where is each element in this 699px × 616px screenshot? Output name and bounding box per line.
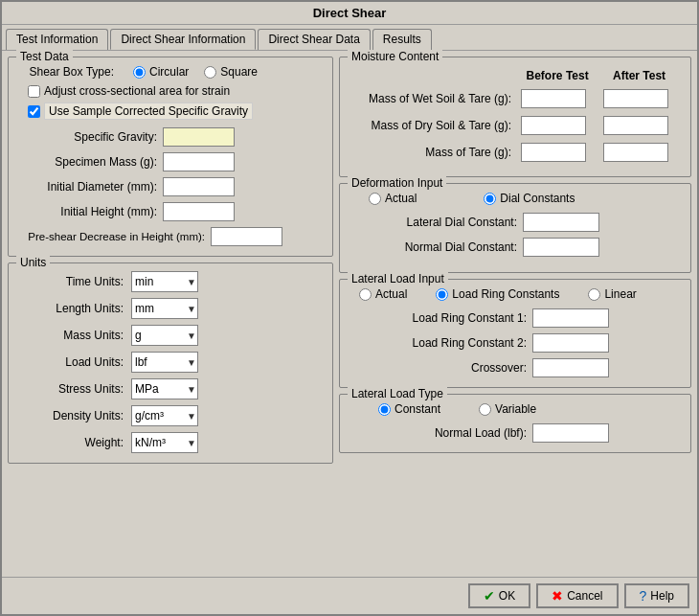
cancel-icon: ✖: [552, 588, 563, 604]
mass-units-select[interactable]: gkglb: [131, 325, 198, 346]
mass-units-dropdown-wrapper: gkglb ▼: [131, 325, 198, 346]
deformation-input-title: Deformation Input: [348, 176, 446, 190]
wet-soil-after-input[interactable]: 245.9: [603, 89, 668, 108]
lateral-dial-label: Lateral Dial Constant:: [350, 216, 517, 229]
actual-load-radio[interactable]: [359, 288, 372, 301]
constant-load-radio[interactable]: [378, 403, 391, 416]
load-ring-radio[interactable]: [436, 288, 448, 301]
tab-results[interactable]: Results: [372, 29, 432, 50]
deformation-input-group: Deformation Input Actual Dial Constants …: [339, 183, 691, 273]
crossover-label: Crossover:: [350, 361, 527, 375]
lateral-load-type-group: Lateral Load Type Constant Variable Norm…: [339, 394, 691, 453]
linear-load-radio[interactable]: [588, 288, 600, 301]
wet-soil-before-input[interactable]: 81.1: [521, 89, 586, 108]
stress-units-select[interactable]: MPakPapsi: [131, 378, 198, 399]
load-type-radios: Constant Variable: [350, 402, 681, 416]
variable-load-radio[interactable]: [479, 403, 491, 416]
time-units-dropdown-wrapper: minsechr ▼: [131, 271, 198, 292]
specimen-mass-input[interactable]: 158.7: [163, 152, 235, 171]
sg-label: Specific Gravity:: [18, 130, 157, 144]
load-ring-group: Load Ring Constants: [436, 287, 559, 301]
length-units-label: Length Units:: [18, 302, 124, 315]
lateral-dial-input[interactable]: 25.4: [523, 213, 599, 232]
linear-load-label: Linear: [604, 287, 636, 301]
constant1-input[interactable]: 32960: [532, 308, 609, 328]
help-icon: ?: [640, 588, 647, 604]
normal-dial-row: Normal Dial Constant: 25.4: [350, 238, 681, 257]
load-units-row: Load Units: lbfNkN ▼: [18, 352, 323, 373]
normal-dial-label: Normal Dial Constant:: [350, 240, 517, 254]
actual-load-group: Actual: [359, 287, 407, 301]
length-units-dropdown-wrapper: mmcmmin ▼: [131, 298, 198, 319]
density-units-row: Density Units: g/cm³kg/m³ ▼: [18, 405, 323, 426]
tab-direct-shear-data[interactable]: Direct Shear Data: [258, 29, 370, 50]
initial-height-input[interactable]: 23.8: [163, 202, 235, 221]
actual-deformation-radio[interactable]: [369, 193, 381, 205]
ok-label: OK: [499, 589, 515, 603]
density-units-dropdown-wrapper: g/cm³kg/m³ ▼: [131, 405, 198, 426]
adjust-strain-row: Adjust cross-sectional area for strain: [28, 84, 323, 98]
use-sg-row: Use Sample Corrected Specific Gravity: [28, 103, 323, 120]
tab-direct-shear-information[interactable]: Direct Shear Information: [110, 29, 256, 50]
square-radio[interactable]: [204, 66, 216, 79]
dry-soil-before-input[interactable]: 71.4: [521, 116, 586, 135]
wet-soil-row: Mass of Wet Soil & Tare (g): 81.1 245.9: [351, 86, 679, 111]
weight-units-select[interactable]: kN/m³pcf: [131, 432, 198, 453]
shear-box-row: Shear Box Type: Circular Square: [18, 65, 323, 79]
load-units-select[interactable]: lbfNkN: [131, 352, 198, 373]
linear-load-group: Linear: [588, 287, 636, 301]
pre-shear-input[interactable]: 0.297: [211, 227, 282, 246]
initial-diameter-input[interactable]: 63.5: [163, 177, 235, 196]
tab-test-information[interactable]: Test Information: [6, 29, 108, 50]
mass-units-label: Mass Units:: [18, 329, 124, 342]
ok-button[interactable]: ✔ OK: [468, 583, 530, 608]
lateral-load-input-title: Lateral Load Input: [348, 272, 448, 285]
before-test-header: Before Test: [517, 67, 598, 84]
left-panel: Test Data Shear Box Type: Circular Squar…: [8, 57, 333, 571]
test-data-title: Test Data: [16, 50, 73, 63]
help-button[interactable]: ? Help: [624, 583, 689, 608]
units-title: Units: [16, 256, 50, 269]
normal-load-input[interactable]: 34: [532, 423, 609, 443]
time-units-select[interactable]: minsechr: [131, 271, 198, 292]
normal-load-row: Normal Load (lbf): 34: [350, 423, 681, 443]
moisture-content-title: Moisture Content: [348, 50, 442, 63]
variable-load-label: Variable: [495, 402, 536, 416]
length-units-row: Length Units: mmcmmin ▼: [18, 298, 323, 319]
constant1-label: Load Ring Constant 1:: [350, 311, 527, 325]
tare-before-input[interactable]: 13.9: [521, 143, 586, 162]
bottom-bar: ✔ OK ✖ Cancel ? Help: [2, 577, 697, 614]
moisture-content-group: Moisture Content Before Test After Test …: [339, 57, 691, 177]
stress-units-dropdown-wrapper: MPakPapsi ▼: [131, 378, 198, 399]
help-label: Help: [650, 589, 674, 603]
constant2-input[interactable]: 0: [532, 333, 609, 353]
dial-constants-radio[interactable]: [484, 193, 496, 205]
initial-diameter-label: Initial Diameter (mm):: [18, 180, 157, 194]
ok-icon: ✔: [484, 588, 495, 604]
dry-soil-label: Mass of Dry Soil & Tare (g):: [351, 113, 515, 138]
dry-soil-row: Mass of Dry Soil & Tare (g): 71.4 224.1: [351, 113, 679, 138]
wet-soil-label: Mass of Wet Soil & Tare (g):: [351, 86, 515, 111]
actual-deformation-group: Actual: [369, 192, 417, 205]
content-area: Test Data Shear Box Type: Circular Squar…: [2, 51, 697, 577]
tare-after-input[interactable]: 94: [603, 143, 668, 162]
dry-soil-after-input[interactable]: 224.1: [603, 116, 668, 135]
density-units-label: Density Units:: [18, 409, 124, 422]
right-panel: Moisture Content Before Test After Test …: [339, 57, 691, 571]
lateral-load-type-title: Lateral Load Type: [348, 387, 447, 400]
test-data-group: Test Data Shear Box Type: Circular Squar…: [8, 57, 333, 257]
sg-input[interactable]: 2.61: [163, 127, 235, 147]
length-units-select[interactable]: mmcmmin: [131, 298, 198, 319]
density-units-select[interactable]: g/cm³kg/m³: [131, 405, 198, 426]
normal-dial-input[interactable]: 25.4: [523, 238, 599, 257]
lateral-load-radios: Actual Load Ring Constants Linear: [350, 287, 681, 301]
adjust-strain-checkbox[interactable]: [28, 85, 40, 98]
shear-box-label: Shear Box Type:: [28, 65, 114, 79]
main-window: Direct Shear Test Information Direct She…: [0, 0, 699, 616]
cancel-button[interactable]: ✖ Cancel: [536, 583, 618, 608]
circular-radio[interactable]: [133, 66, 146, 79]
sg-row: Specific Gravity: 2.61: [18, 127, 323, 147]
crossover-input[interactable]: 0: [532, 358, 609, 377]
square-label: Square: [220, 65, 258, 79]
use-sg-checkbox[interactable]: [28, 105, 40, 118]
